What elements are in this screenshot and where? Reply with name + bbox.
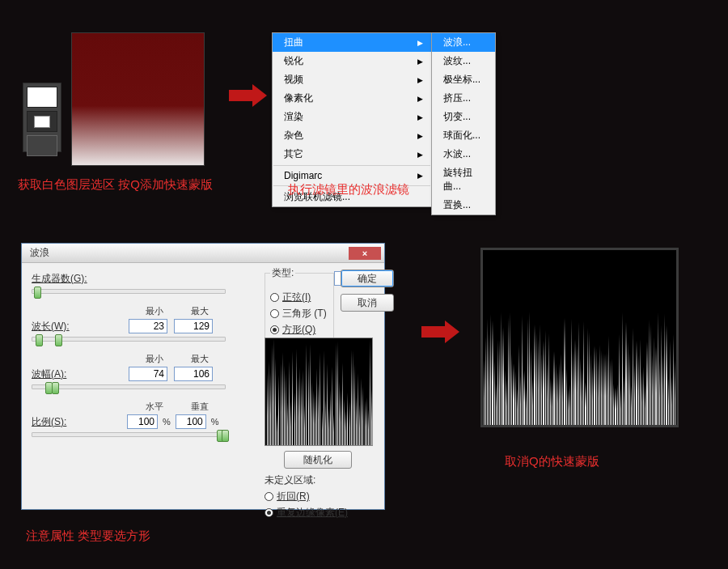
- caption-step1: 获取白色图层选区 按Q添加快速蒙版: [18, 175, 213, 193]
- menu-item[interactable]: 渲染▶: [273, 108, 431, 126]
- arrow-2-head: [445, 321, 459, 343]
- type-triangle[interactable]: 三角形 (T): [270, 307, 328, 321]
- cancel-button[interactable]: 取消: [341, 294, 394, 312]
- quickmask-gradient-preview: [71, 32, 205, 166]
- wavelength-max-input[interactable]: [174, 319, 213, 333]
- undefined-area-group: 未定义区域: 折回(R) 重复边缘像素(E): [265, 473, 348, 522]
- submenu-item[interactable]: 极坐标...: [432, 70, 495, 89]
- arrow-2: [421, 326, 446, 338]
- type-sine[interactable]: 正弦(I): [270, 291, 328, 304]
- layer-thumb-mask: [27, 111, 57, 132]
- wave-preview: [265, 338, 373, 446]
- ok-button[interactable]: 确定: [341, 270, 394, 287]
- caption-step4: 取消Q的快速蒙版: [505, 452, 599, 470]
- type-square[interactable]: 方形(Q): [270, 323, 328, 337]
- randomize-button[interactable]: 随机化: [284, 451, 352, 469]
- amplitude-min-input[interactable]: [129, 367, 167, 381]
- amp-max-label: 最大: [180, 353, 219, 365]
- menu-item[interactable]: 扭曲▶: [273, 33, 431, 52]
- menu-item[interactable]: 杂色▶: [273, 126, 431, 145]
- type-group: 类型: 正弦(I) 三角形 (T) 方形(Q): [265, 266, 334, 345]
- wave-dialog-titlebar[interactable]: 波浪 ×: [22, 244, 384, 263]
- close-icon[interactable]: ×: [349, 247, 381, 260]
- arrow-1-head: [252, 84, 267, 107]
- amplitude-label: 波幅(A):: [32, 367, 122, 381]
- submenu-item[interactable]: 波浪...: [432, 33, 495, 52]
- scale-h-input[interactable]: [127, 414, 158, 429]
- menu-item[interactable]: 锐化▶: [273, 52, 431, 70]
- max-label: 最大: [180, 305, 219, 317]
- submenu-item[interactable]: 置换...: [432, 196, 495, 214]
- arrow-1: [229, 90, 253, 101]
- submenu-item[interactable]: 切变...: [432, 108, 495, 126]
- scale-v-input[interactable]: [176, 414, 206, 429]
- undef-repeat[interactable]: 重复边缘像素(E): [265, 506, 348, 520]
- layers-panel: [23, 83, 61, 152]
- wavelength-min-input[interactable]: [129, 319, 167, 333]
- submenu-item[interactable]: 旋转扭曲...: [432, 163, 495, 196]
- submenu-item[interactable]: 挤压...: [432, 89, 495, 108]
- undef-wrap[interactable]: 折回(R): [265, 490, 348, 503]
- amplitude-slider[interactable]: [32, 384, 226, 389]
- undefined-area-label: 未定义区域:: [265, 473, 348, 487]
- submenu-item[interactable]: 球面化...: [432, 126, 495, 145]
- menu-item[interactable]: 视频▶: [273, 70, 431, 89]
- amplitude-max-input[interactable]: [174, 367, 213, 381]
- menu-item[interactable]: 其它▶: [273, 145, 431, 163]
- scale-label: 比例(S):: [32, 415, 122, 429]
- filter-menu-distort[interactable]: 波浪...波纹...极坐标...挤压...切变...球面化...水波...旋转扭…: [431, 32, 496, 215]
- result-preview: [480, 248, 679, 427]
- submenu-item[interactable]: 水波...: [432, 145, 495, 163]
- min-label: 最小: [135, 305, 174, 317]
- wavelength-label: 波长(W):: [32, 320, 122, 333]
- percent-1: %: [163, 417, 171, 427]
- type-legend: 类型:: [270, 266, 295, 280]
- wavelength-slider[interactable]: [32, 337, 226, 342]
- layer-thumb-bg: [27, 135, 57, 156]
- scale-v-label: 垂直: [180, 401, 219, 413]
- submenu-item[interactable]: 波纹...: [432, 52, 495, 70]
- layer-thumb-white: [27, 87, 57, 108]
- scale-slider[interactable]: [32, 432, 226, 437]
- scale-h-label: 水平: [135, 401, 174, 413]
- generators-slider[interactable]: [32, 289, 226, 294]
- generators-label: 生成器数(G):: [32, 272, 87, 286]
- wave-dialog: 波浪 × 生成器数(G): 最小 最大 波长(W):: [21, 243, 385, 510]
- wave-dialog-title: 波浪: [30, 246, 49, 260]
- percent-2: %: [211, 417, 219, 427]
- menu-item[interactable]: 像素化▶: [273, 89, 431, 108]
- amp-min-label: 最小: [135, 353, 174, 365]
- caption-step2: 执行滤镜里的波浪滤镜: [288, 180, 409, 198]
- caption-step3: 注意属性 类型要选方形: [26, 526, 150, 545]
